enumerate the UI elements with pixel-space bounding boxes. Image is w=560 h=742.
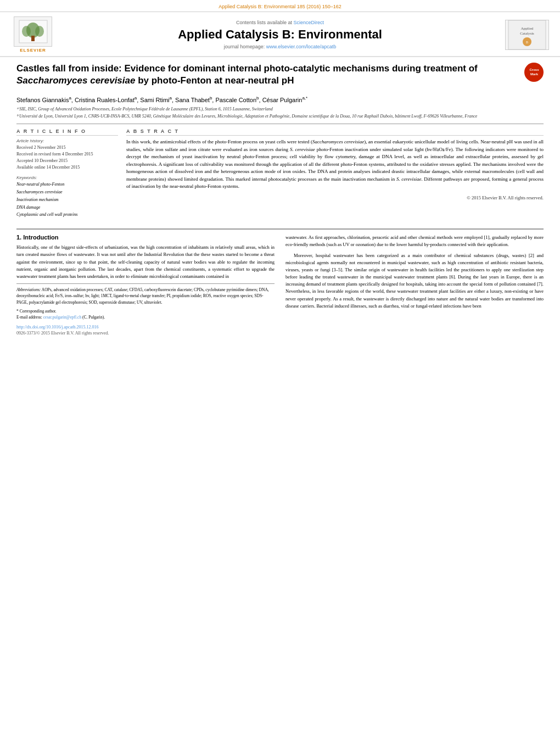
body-section: 1. Introduction Historically, one of the…	[16, 234, 544, 336]
article-info-heading: A R T I C L E I N F O	[16, 129, 118, 136]
svg-text:Catalysis: Catalysis	[520, 31, 534, 36]
accepted-date: Accepted 10 December 2015	[16, 158, 118, 164]
homepage-line: journal homepage: www.elsevier.com/locat…	[55, 44, 505, 49]
title-section: Castles fall from inside: Evidence for d…	[16, 63, 544, 90]
issn-line: 0926-3373/© 2015 Elsevier B.V. All right…	[16, 331, 275, 336]
info-abstract-section: A R T I C L E I N F O Article history: R…	[16, 129, 544, 223]
footnote-email: E-mail address: cesar.pulgarin@epfl.ch (…	[16, 314, 275, 320]
top-bar: Applied Catalysis B: Environmental 185 (…	[0, 0, 560, 12]
abstract-text: In this work, the antimicrobial effects …	[126, 138, 544, 191]
available-date: Available online 14 December 2015	[16, 164, 118, 171]
doi-link[interactable]: http://dx.doi.org/10.1016/j.apcatb.2015.…	[16, 325, 98, 330]
intro-text-col2: wastewater. As first approaches, chlorin…	[285, 234, 544, 310]
body-col-right: wastewater. As first approaches, chlorin…	[285, 234, 544, 336]
keyword-3: Inactivation mechanism	[16, 197, 118, 204]
elsevier-logo-image	[14, 16, 52, 47]
svg-text:Mark: Mark	[530, 72, 538, 76]
svg-text:Cross: Cross	[529, 68, 539, 71]
crossmark-badge: Cross Mark	[524, 63, 544, 82]
sciencedirect-link[interactable]: ScienceDirect	[294, 20, 324, 25]
article-title: Castles fall from inside: Evidence for d…	[16, 63, 516, 87]
keyword-5: Cytoplasmic and cell wall proteins	[16, 211, 118, 219]
svg-text:B: B	[526, 41, 528, 44]
svg-point-2	[22, 26, 31, 37]
svg-rect-4	[31, 36, 35, 41]
received-date: Received 2 November 2015	[16, 144, 118, 151]
keyword-2: Saccharomyces cerevisiae	[16, 189, 118, 196]
contents-line: Contents lists available at ScienceDirec…	[55, 20, 505, 25]
intro-text-col1: Historically, one of the biggest side-ef…	[16, 244, 275, 280]
authors-line: Stefanos Giannakisa, Cristina Ruales-Lon…	[16, 96, 544, 103]
intro-para-col2-1: wastewater. As first approaches, chlorin…	[285, 234, 544, 248]
history-label: Article history:	[16, 138, 118, 143]
journal-title: Applied Catalysis B: Environmental	[55, 27, 505, 42]
doi-link-section: http://dx.doi.org/10.1016/j.apcatb.2015.…	[16, 325, 275, 336]
svg-point-3	[35, 26, 44, 37]
svg-text:Applied: Applied	[521, 26, 534, 31]
homepage-link[interactable]: www.elsevier.com/locate/apcatb	[266, 44, 337, 49]
catalysis-logo-image: Applied Catalysis B	[505, 20, 549, 50]
keywords-group: Keywords: Near-neutral photo-Fenton Sacc…	[16, 175, 118, 219]
header-section: ELSEVIER Contents lists available at Sci…	[0, 12, 560, 57]
keywords-list: Near-neutral photo-Fenton Saccharomyces …	[16, 181, 118, 219]
article-info-col: A R T I C L E I N F O Article history: R…	[16, 129, 118, 223]
journal-ref: Applied Catalysis B: Environmental 185 (…	[219, 4, 341, 9]
page-wrapper: Applied Catalysis B: Environmental 185 (…	[0, 0, 560, 341]
intro-para-col2-2: Moreover, hospital wastewater has been c…	[285, 252, 544, 310]
keywords-label: Keywords:	[16, 175, 118, 180]
footnote-corresponding: * Corresponding author.	[16, 308, 275, 314]
elsevier-text: ELSEVIER	[20, 48, 46, 53]
affiliation-a: ᵃ SIE, ISIC, Group of Advanced Oxidation…	[16, 106, 544, 112]
keyword-4: DNA damage	[16, 204, 118, 211]
revised-date: Received in revised form 4 December 2015	[16, 151, 118, 158]
article-history: Article history: Received 2 November 201…	[16, 138, 118, 171]
footnote-abbreviations: Abbreviations: AOPs, advanced oxidation …	[16, 287, 275, 305]
intro-para1: Historically, one of the biggest side-ef…	[16, 244, 275, 280]
abstract-col: A B S T R A C T In this work, the antimi…	[126, 129, 544, 223]
body-col-left: 1. Introduction Historically, one of the…	[16, 234, 275, 336]
copyright-line: © 2015 Elsevier B.V. All rights reserved…	[126, 195, 544, 200]
header-center: Contents lists available at ScienceDirec…	[55, 20, 505, 49]
section-1-heading: 1. Introduction	[16, 234, 275, 241]
keyword-1: Near-neutral photo-Fenton	[16, 181, 118, 188]
affiliations: ᵃ SIE, ISIC, Group of Advanced Oxidation…	[16, 106, 544, 119]
footnote-section: Abbreviations: AOPs, advanced oxidation …	[16, 283, 275, 336]
divider-1	[16, 124, 544, 124]
abstract-heading: A B S T R A C T	[126, 129, 544, 136]
divider-2	[16, 228, 544, 230]
article-content: Castles fall from inside: Evidence for d…	[0, 57, 560, 341]
elsevier-logo-area: ELSEVIER	[11, 16, 55, 53]
email-link[interactable]: cesar.pulgarin@epfl.ch	[43, 315, 81, 320]
affiliation-b: ᵇ Université de Lyon, Université Lyon 1,…	[16, 113, 544, 119]
title-italic: Saccharomyces cerevisiae	[16, 75, 135, 86]
